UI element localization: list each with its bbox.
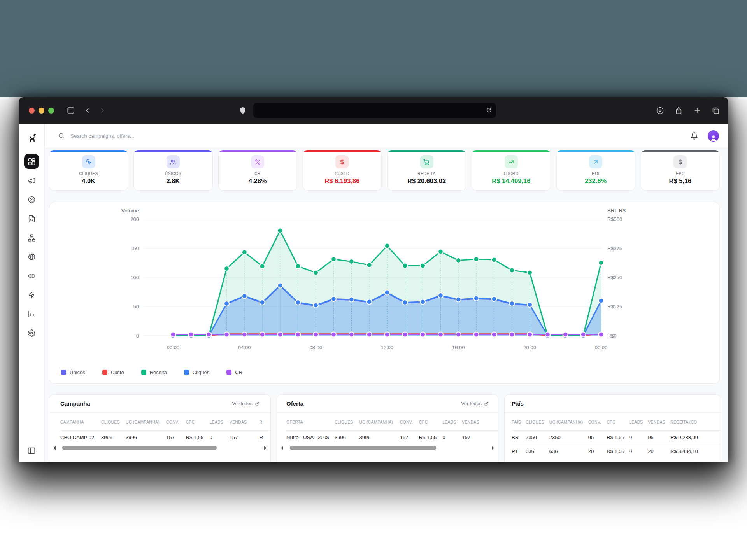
sidebar-item-domains[interactable] bbox=[24, 249, 39, 264]
browser-titlebar bbox=[19, 97, 728, 124]
svg-text:150: 150 bbox=[130, 245, 139, 251]
table-cell: R bbox=[260, 430, 270, 444]
column-header: CPC bbox=[186, 413, 210, 430]
kpi-label: LUCRO bbox=[504, 172, 519, 176]
sidebar-collapse-button[interactable] bbox=[19, 446, 44, 455]
ver-todos-link[interactable]: Ver todos bbox=[232, 401, 260, 406]
external-link-icon bbox=[255, 401, 260, 406]
sidebar-item-offers[interactable] bbox=[24, 192, 39, 207]
legend-item-cliques[interactable]: Cliques bbox=[184, 369, 209, 375]
legend-label: Receita bbox=[150, 369, 167, 375]
app-root: Search campaigns, offers... CLIQUES4.0KÚ… bbox=[19, 124, 728, 462]
column-header: UC (CAMPANHA) bbox=[549, 413, 588, 430]
legend-item-receita[interactable]: Receita bbox=[141, 369, 167, 375]
url-bar[interactable] bbox=[253, 103, 496, 118]
horizontal-scrollbar[interactable] bbox=[49, 444, 270, 450]
table-cell: 3996 bbox=[335, 430, 359, 444]
scrollbar-track[interactable] bbox=[58, 446, 261, 450]
kpi-label: RECEITA bbox=[417, 172, 436, 176]
scroll-right-arrow[interactable] bbox=[492, 446, 494, 450]
scroll-left-arrow[interactable] bbox=[53, 446, 56, 450]
kpi-card-únicos: ÚNICOS2.8K bbox=[133, 150, 212, 191]
column-header: CPC bbox=[607, 413, 629, 430]
kpi-value: 232.6% bbox=[585, 177, 607, 185]
kpi-accent-bar bbox=[388, 150, 466, 152]
sidebar-item-reports[interactable] bbox=[24, 306, 39, 321]
back-icon[interactable] bbox=[84, 107, 91, 114]
column-header: VENDAS bbox=[230, 413, 260, 430]
app-header: Search campaigns, offers... bbox=[45, 124, 728, 148]
minimize-button[interactable] bbox=[39, 108, 44, 114]
sidebar-item-automation[interactable] bbox=[24, 287, 39, 302]
horizontal-scrollbar[interactable] bbox=[277, 444, 498, 450]
tables-row: CampanhaVer todosCAMPANHACLIQUESUC (CAMP… bbox=[49, 394, 720, 462]
table-cell: BR bbox=[512, 430, 526, 444]
dog-logo-icon[interactable] bbox=[26, 130, 37, 145]
table-title: Oferta bbox=[286, 400, 303, 407]
legend-item-únicos[interactable]: Únicos bbox=[61, 369, 85, 375]
search-icon bbox=[58, 132, 65, 139]
ver-todos-link[interactable]: Ver todos bbox=[461, 401, 489, 406]
table-cell: 0 bbox=[629, 444, 648, 458]
new-tab-icon[interactable] bbox=[693, 107, 701, 114]
table-row[interactable]: Nutra - USA - 200$39963996157R$ 1,550157 bbox=[286, 430, 498, 444]
share-icon[interactable] bbox=[675, 107, 683, 115]
table-row[interactable]: CBO CAMP 0239963996157R$ 1,550157R bbox=[60, 430, 270, 444]
svg-text:20:00: 20:00 bbox=[523, 345, 536, 350]
table-cell: R$ 1,55 bbox=[607, 430, 629, 444]
table-cell: R$ 9.288,09 bbox=[670, 430, 721, 444]
shield-icon[interactable] bbox=[238, 106, 247, 115]
column-header: PAÍS bbox=[512, 413, 526, 430]
kpi-accent-bar bbox=[49, 150, 128, 152]
table-cell: 20 bbox=[588, 444, 607, 458]
avatar[interactable] bbox=[708, 130, 719, 142]
table-cell: 95 bbox=[648, 430, 670, 444]
browser-window: Search campaigns, offers... CLIQUES4.0KÚ… bbox=[19, 97, 728, 462]
kpi-value: R$ 20.603,02 bbox=[407, 177, 446, 185]
sidebar-item-flows[interactable] bbox=[24, 230, 39, 245]
zoom-button[interactable] bbox=[48, 108, 54, 114]
column-header: VENDAS bbox=[648, 413, 670, 430]
tabs-icon[interactable] bbox=[712, 107, 720, 115]
sidebar-item-links[interactable] bbox=[24, 268, 39, 283]
legend-swatch bbox=[102, 370, 107, 375]
table-cell: 3996 bbox=[126, 430, 166, 444]
reload-icon[interactable] bbox=[486, 107, 492, 114]
column-header: CONV. bbox=[400, 413, 419, 430]
scrollbar-thumb[interactable] bbox=[290, 446, 436, 450]
sidebar bbox=[19, 124, 45, 462]
sidebar-toggle-icon[interactable] bbox=[67, 106, 75, 115]
kpi-value: 4.0K bbox=[82, 177, 95, 185]
table-cell: 2350 bbox=[526, 430, 549, 444]
sidebar-item-campaigns[interactable] bbox=[24, 173, 39, 188]
svg-text:200: 200 bbox=[130, 216, 139, 222]
svg-text:16:00: 16:00 bbox=[452, 345, 465, 350]
legend-item-cr[interactable]: CR bbox=[226, 369, 242, 375]
sidebar-item-landers[interactable] bbox=[24, 211, 39, 226]
legend-item-custo[interactable]: Custo bbox=[102, 369, 124, 375]
scrollbar-thumb[interactable] bbox=[62, 446, 217, 450]
svg-text:100: 100 bbox=[130, 275, 139, 280]
kpi-value: R$ 6.193,86 bbox=[324, 177, 359, 185]
search-input[interactable]: Search campaigns, offers... bbox=[58, 132, 690, 139]
column-header: UC (CAMPANHA) bbox=[359, 413, 400, 430]
trend-up-icon bbox=[505, 155, 518, 168]
download-icon[interactable] bbox=[656, 107, 664, 115]
sidebar-item-dashboard[interactable] bbox=[24, 154, 39, 169]
legend-label: Cliques bbox=[193, 369, 209, 375]
svg-text:00:00: 00:00 bbox=[595, 345, 608, 350]
kpi-accent-bar bbox=[134, 150, 212, 152]
table-card-campanha: CampanhaVer todosCAMPANHACLIQUESUC (CAMP… bbox=[49, 394, 271, 462]
scroll-right-arrow[interactable] bbox=[264, 446, 267, 450]
legend-swatch bbox=[226, 370, 231, 375]
forward-icon[interactable] bbox=[98, 107, 106, 114]
close-button[interactable] bbox=[29, 108, 35, 114]
table-row[interactable]: BR2350235095R$ 1,55095R$ 9.288,09 bbox=[512, 430, 721, 444]
svg-text:12:00: 12:00 bbox=[381, 345, 394, 350]
scrollbar-track[interactable] bbox=[286, 446, 489, 450]
scroll-left-arrow[interactable] bbox=[281, 446, 283, 450]
sidebar-item-settings[interactable] bbox=[24, 326, 39, 340]
table-row[interactable]: PT63663620R$ 1,55020R$ 3.484,10 bbox=[512, 444, 721, 458]
kpi-accent-bar bbox=[557, 150, 635, 152]
bell-icon[interactable] bbox=[690, 132, 698, 140]
